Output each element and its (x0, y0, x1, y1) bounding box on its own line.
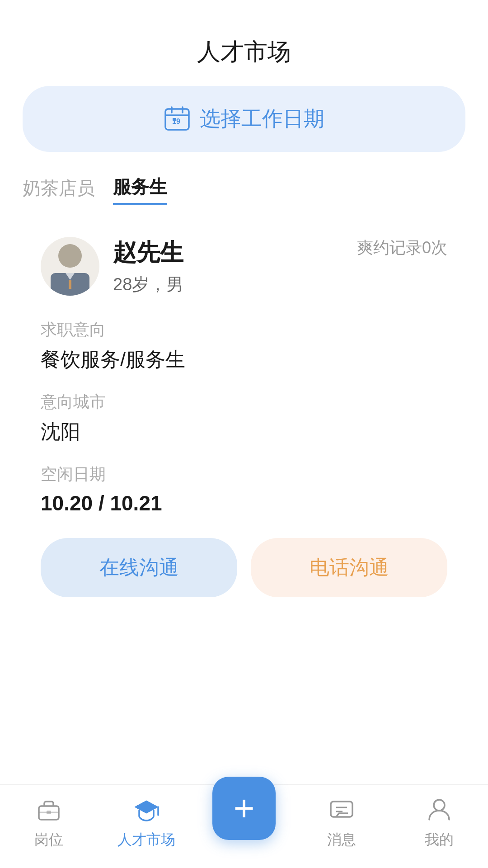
job-intention-label: 求职意向 (41, 319, 447, 341)
person-age: 28岁，男 (113, 273, 357, 296)
nav-label-mine: 我的 (425, 830, 454, 850)
record-badge: 爽约记录0次 (357, 237, 447, 259)
svg-rect-9 (69, 280, 71, 289)
svg-text:19: 19 (172, 118, 180, 125)
person-card: 赵先生 28岁，男 爽约记录0次 求职意向 餐饮服务/服务生 意向城市 沈阳 空… (23, 219, 465, 615)
fab-wrap: + (195, 804, 293, 840)
fab-button[interactable]: + (212, 777, 276, 840)
person-name: 赵先生 (113, 237, 357, 269)
online-chat-button[interactable]: 在线沟通 (41, 538, 237, 597)
city-section: 意向城市 沈阳 (41, 391, 447, 445)
svg-marker-13 (135, 801, 158, 813)
date-selector-wrap: 19 选择工作日期 (0, 86, 488, 175)
nav-item-talent[interactable]: 人才市场 (98, 794, 195, 850)
calendar-icon: 19 (164, 105, 191, 132)
category-tabs: 奶茶店员 服务生 (0, 175, 488, 219)
page-header: 人才市场 (0, 0, 488, 86)
graduation-icon (131, 794, 162, 826)
person-meta: 赵先生 28岁，男 (113, 237, 357, 296)
avatar-image (41, 237, 99, 296)
tab-milk-tea[interactable]: 奶茶店员 (23, 176, 95, 204)
city-value: 沈阳 (41, 419, 447, 445)
svg-rect-15 (331, 802, 352, 817)
svg-point-6 (58, 244, 82, 268)
svg-point-18 (434, 800, 445, 811)
svg-rect-12 (47, 811, 51, 814)
tab-waiter[interactable]: 服务生 (113, 175, 167, 205)
nav-label-talent: 人才市场 (117, 830, 175, 850)
nav-item-jobs[interactable]: 岗位 (0, 794, 98, 850)
date-section: 空闲日期 10.20 / 10.21 (41, 463, 447, 515)
message-icon (326, 794, 357, 826)
avatar (41, 237, 99, 296)
phone-chat-button[interactable]: 电话沟通 (251, 538, 447, 597)
nav-item-messages[interactable]: 消息 (293, 794, 390, 850)
date-selector-button[interactable]: 19 选择工作日期 (23, 86, 465, 152)
nav-item-mine[interactable]: 我的 (390, 794, 488, 850)
job-intention-value: 餐饮服务/服务生 (41, 346, 447, 373)
job-intention-section: 求职意向 餐饮服务/服务生 (41, 319, 447, 373)
date-value: 10.20 / 10.21 (41, 491, 447, 515)
plus-icon: + (234, 790, 255, 826)
nav-label-jobs: 岗位 (34, 830, 63, 850)
person-icon (423, 794, 455, 826)
date-selector-label: 选择工作日期 (200, 105, 324, 133)
person-header: 赵先生 28岁，男 爽约记录0次 (41, 237, 447, 296)
nav-label-messages: 消息 (327, 830, 356, 850)
action-buttons: 在线沟通 电话沟通 (41, 538, 447, 597)
page-title: 人才市场 (0, 36, 488, 68)
date-label: 空闲日期 (41, 463, 447, 486)
bottom-nav: 岗位 人才市场 + 消息 (0, 784, 488, 868)
briefcase-icon (33, 794, 65, 826)
city-label: 意向城市 (41, 391, 447, 413)
